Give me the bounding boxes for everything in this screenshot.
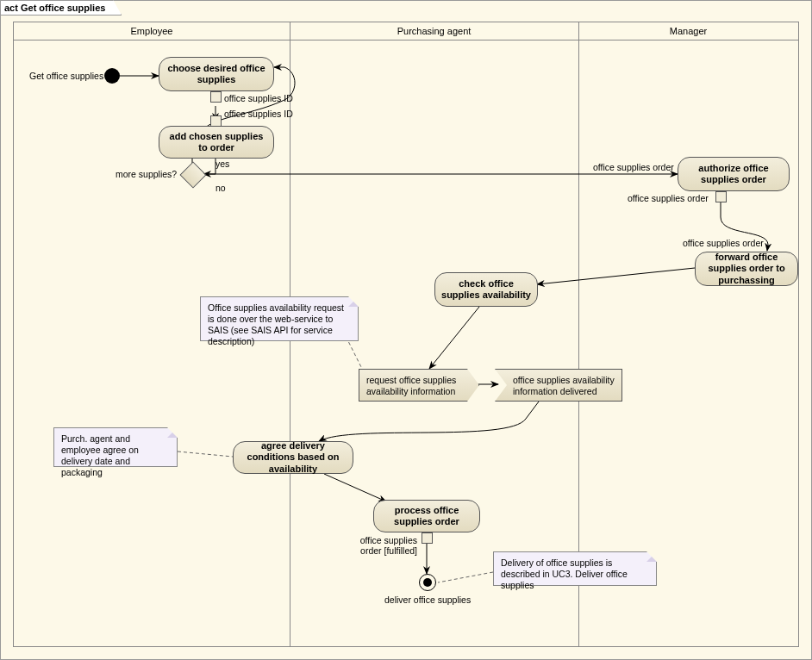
- pin-label: office supplies ID: [224, 93, 293, 103]
- activity-add: add chosen supplies to order: [159, 126, 274, 159]
- pin-label: office supplies ID: [224, 109, 293, 119]
- lane-header-purchasing: Purchasing agent: [290, 22, 579, 40]
- activity-authorize: authorize office supplies order: [678, 157, 790, 191]
- decision-more-supplies: [179, 161, 206, 188]
- activity-agree: agree delivery conditions based on avail…: [233, 441, 353, 474]
- edge-label: office supplies order: [683, 238, 764, 248]
- pin-process-out: [422, 532, 433, 544]
- activity-forward: forward office supplies order to purchas…: [695, 252, 798, 286]
- guard-no: no: [215, 183, 226, 193]
- activity-process: process office supplies order: [373, 500, 480, 532]
- final-node-label: deliver office supplies: [384, 595, 471, 605]
- activity-frame: Employee Purchasing agent Manager: [13, 22, 799, 647]
- note-deliver: Delivery of office supplies is described…: [493, 551, 657, 586]
- edge-label: office supplies order: [593, 162, 674, 172]
- activity-choose: choose desired office supplies: [159, 57, 274, 91]
- signal-send: request office supplies availability inf…: [359, 369, 479, 402]
- final-node: [419, 574, 436, 591]
- activity-check: check office supplies availability: [434, 272, 538, 307]
- initial-node: [104, 68, 120, 84]
- note-agree: Purch. agent and employee agree on deliv…: [53, 427, 178, 467]
- note-sais: Office supplies availability request is …: [200, 296, 359, 341]
- pin-label: office supplies order: [628, 193, 709, 203]
- pin-choose-out: [210, 91, 222, 103]
- lane-header-manager: Manager: [578, 22, 798, 40]
- signal-receive: office supplies availability information…: [495, 369, 622, 402]
- pin-authorize-out: [715, 191, 727, 202]
- diagram-canvas: act Get office supplies Employee Purchas…: [0, 0, 812, 660]
- frame-title: act Get office supplies: [0, 0, 122, 16]
- lane-divider: [290, 40, 290, 646]
- pin-label: office supplies order [fulfilled]: [340, 536, 417, 556]
- guard-yes: yes: [215, 159, 229, 169]
- lane-header-employee: Employee: [14, 22, 290, 40]
- decision-label: more supplies?: [116, 169, 177, 179]
- initial-node-label: Get office supplies: [29, 71, 103, 81]
